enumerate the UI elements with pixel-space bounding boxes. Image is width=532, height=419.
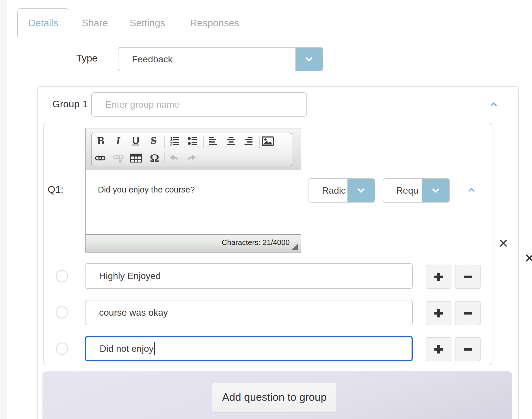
- svg-text:1: 1: [170, 137, 173, 141]
- svg-text:2: 2: [170, 141, 173, 145]
